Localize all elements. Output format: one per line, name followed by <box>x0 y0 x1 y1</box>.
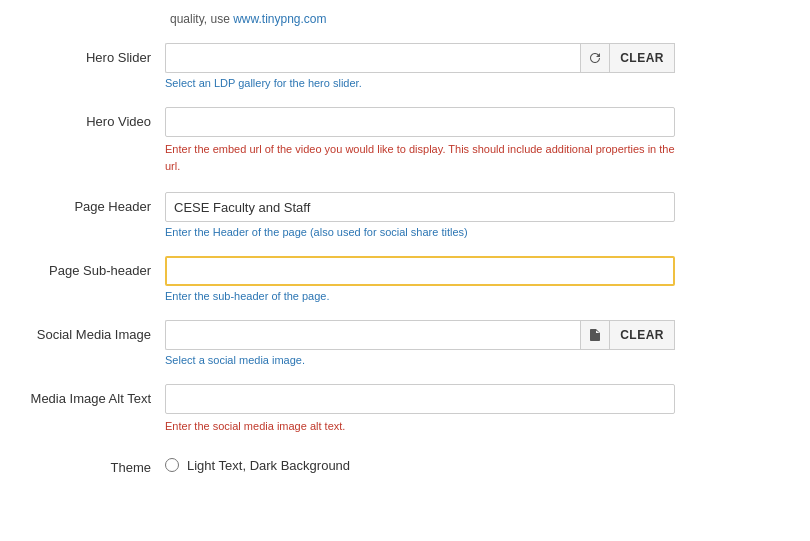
social-media-image-clear-wrap: CLEAR <box>580 320 675 350</box>
page-header-input[interactable] <box>165 192 675 222</box>
tinypng-link[interactable]: www.tinypng.com <box>233 12 326 26</box>
social-media-image-hint: Select a social media image. <box>165 354 675 366</box>
media-image-alt-text-label: Media Image Alt Text <box>20 384 165 406</box>
social-media-image-clear-btn[interactable]: CLEAR <box>609 320 675 350</box>
page-subheader-hint: Enter the sub-header of the page. <box>165 290 675 302</box>
top-note: quality, use www.tinypng.com <box>20 0 790 43</box>
social-media-image-input-group: CLEAR <box>165 320 675 350</box>
hero-slider-hint: Select an LDP gallery for the hero slide… <box>165 77 675 89</box>
hero-video-hint: Enter the embed url of the video you wou… <box>165 141 675 174</box>
page-header-row: Page Header Enter the Header of the page… <box>20 192 790 238</box>
page-subheader-input[interactable] <box>165 256 675 286</box>
social-media-image-field-wrap: CLEAR Select a social media image. <box>165 320 675 366</box>
media-image-alt-text-input[interactable] <box>165 384 675 414</box>
hero-slider-clear-btn[interactable]: CLEAR <box>609 43 675 73</box>
refresh-icon <box>588 51 602 65</box>
social-media-image-input[interactable] <box>165 320 580 350</box>
theme-radio-label: Light Text, Dark Background <box>187 458 350 473</box>
file-icon <box>588 328 602 342</box>
hero-slider-icon-btn[interactable] <box>580 43 609 73</box>
page-subheader-field-wrap: Enter the sub-header of the page. <box>165 256 675 302</box>
hero-slider-label: Hero Slider <box>20 43 165 65</box>
page-subheader-row: Page Sub-header Enter the sub-header of … <box>20 256 790 302</box>
page-header-field-wrap: Enter the Header of the page (also used … <box>165 192 675 238</box>
hero-slider-clear-wrap: CLEAR <box>580 43 675 73</box>
social-media-image-icon-btn[interactable] <box>580 320 609 350</box>
theme-radio-row: Light Text, Dark Background <box>165 453 675 473</box>
hero-video-label: Hero Video <box>20 107 165 129</box>
hero-slider-field-wrap: CLEAR Select an LDP gallery for the hero… <box>165 43 675 89</box>
page-header-label: Page Header <box>20 192 165 214</box>
hero-slider-input[interactable] <box>165 43 580 73</box>
hero-slider-input-group: CLEAR <box>165 43 675 73</box>
social-media-image-row: Social Media Image CLEAR Select a social… <box>20 320 790 366</box>
page-subheader-label: Page Sub-header <box>20 256 165 278</box>
media-image-alt-text-field-wrap: Enter the social media image alt text. <box>165 384 675 435</box>
media-image-alt-text-row: Media Image Alt Text Enter the social me… <box>20 384 790 435</box>
theme-field-wrap: Light Text, Dark Background <box>165 453 675 473</box>
theme-label: Theme <box>20 453 165 475</box>
hero-video-input[interactable] <box>165 107 675 137</box>
social-media-image-label: Social Media Image <box>20 320 165 342</box>
theme-row: Theme Light Text, Dark Background <box>20 453 790 475</box>
media-image-alt-text-hint: Enter the social media image alt text. <box>165 418 675 435</box>
hero-video-row: Hero Video Enter the embed url of the vi… <box>20 107 790 174</box>
hero-video-field-wrap: Enter the embed url of the video you wou… <box>165 107 675 174</box>
page-header-hint: Enter the Header of the page (also used … <box>165 226 675 238</box>
theme-radio-input[interactable] <box>165 458 179 472</box>
hero-slider-row: Hero Slider CLEAR Select an LDP gallery … <box>20 43 790 89</box>
